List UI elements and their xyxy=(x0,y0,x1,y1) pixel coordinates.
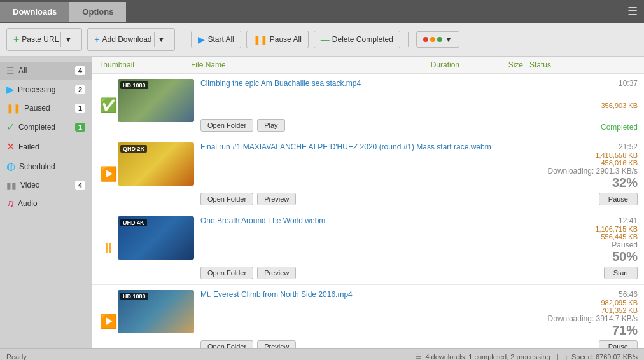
audio-icon: ♫ xyxy=(6,198,14,209)
item-duration: 12:41 xyxy=(619,216,638,225)
sidebar-item-paused[interactable]: ❚❚ Paused 1 xyxy=(0,99,92,117)
add-download-arrow[interactable]: ▼ xyxy=(154,32,169,47)
quality-badge: HD 1080 xyxy=(120,293,148,300)
progress-percentage: 71% xyxy=(612,323,638,338)
toolbar: + Paste URL ▼ + Add Download ▼ ▶ Start A… xyxy=(0,23,644,57)
sidebar-item-audio[interactable]: ♫ Audio xyxy=(0,194,92,213)
item-actions: Open Folder Preview xyxy=(200,267,510,279)
scheduled-icon: ◍ xyxy=(6,160,15,172)
progress-percentage: 50% xyxy=(612,249,638,264)
item-status-icon-col: ✅ xyxy=(99,79,118,132)
thumbnail-image: UHD 4K xyxy=(118,216,194,260)
thumbnail-image: HD 1080 xyxy=(118,290,194,333)
item-details: Mt. Everest Climb from North Side 2016.m… xyxy=(200,290,510,348)
start-all-button[interactable]: ▶ Start All xyxy=(191,31,241,48)
item-right: 56:46 982,095 KB 701,352 KB Downloading:… xyxy=(510,290,638,348)
paste-url-arrow[interactable]: ▼ xyxy=(60,32,75,47)
item-status-icon-col: ⏸ xyxy=(99,216,118,279)
pause-circle-icon: ⏸ xyxy=(101,240,115,256)
table-row: ▶️ HD 1080 Mt. Everest Climb from North … xyxy=(92,285,644,348)
menu-button[interactable]: ☰ xyxy=(621,0,644,23)
item-actions: Open Folder Preview xyxy=(200,340,510,348)
delete-completed-button[interactable]: — Delete Completed xyxy=(314,31,400,48)
preview-button[interactable]: Preview xyxy=(257,193,296,205)
start-button[interactable]: Start xyxy=(604,267,638,279)
item-size: 356,903 KB xyxy=(601,102,638,109)
open-folder-button[interactable]: Open Folder xyxy=(200,267,253,279)
open-folder-button[interactable]: Open Folder xyxy=(200,340,253,348)
table-row: ⏸ UHD 4K One Breath Around The World.web… xyxy=(92,211,644,285)
quality-badge: QHD 2K xyxy=(120,145,147,153)
list-header: Thumbnail File Name Duration Size Status xyxy=(92,57,644,74)
sidebar-item-failed[interactable]: ✕ Failed xyxy=(0,137,92,156)
header-duration: Duration xyxy=(415,60,459,69)
item-duration: 56:46 xyxy=(619,290,638,299)
list-icon-status: ☰ xyxy=(416,352,422,360)
item-thumbnail: QHD 2K xyxy=(118,142,194,205)
item-duration: 21:52 xyxy=(619,142,638,151)
header-thumbnail: Thumbnail xyxy=(99,60,191,69)
item-right: 21:52 1,418,558 KB 458,016 KB Downloadin… xyxy=(510,142,638,205)
sidebar-item-video[interactable]: ▮▮ Video 4 xyxy=(0,176,92,194)
add-download-button[interactable]: + Add Download ▼ xyxy=(87,28,175,51)
item-details: Climbing the epic Am Buachaille sea stac… xyxy=(200,79,510,132)
pause-button[interactable]: Pause xyxy=(599,193,638,205)
item-size: 1,106,715 KB 556,445 KB xyxy=(595,225,638,240)
item-status-icon-col: ▶️ xyxy=(99,142,118,205)
pause-button[interactable]: Pause xyxy=(599,340,638,348)
downloads-info: ☰ 4 downloads: 1 completed, 2 processing xyxy=(416,352,550,360)
tab-options[interactable]: Options xyxy=(69,2,126,22)
tab-downloads[interactable]: Downloads xyxy=(0,2,69,22)
filename-link[interactable]: Mt. Everest Climb from North Side 2016.m… xyxy=(200,290,510,299)
more-options-button[interactable]: ▼ xyxy=(416,31,459,48)
filename-link[interactable]: One Breath Around The World.webm xyxy=(200,216,510,225)
paste-url-button[interactable]: + Paste URL ▼ xyxy=(6,28,82,51)
header-status: Status xyxy=(523,60,638,69)
quality-badge: HD 1080 xyxy=(120,81,148,89)
failed-icon: ✕ xyxy=(6,141,15,153)
status-bar: Ready ☰ 4 downloads: 1 completed, 2 proc… xyxy=(0,348,644,360)
table-row: ✅ HD 1080 Climbing the epic Am Buachaill… xyxy=(92,74,644,137)
video-icon: ▮▮ xyxy=(6,180,17,190)
title-bar: Downloads Options ☰ xyxy=(0,0,644,23)
pause-all-button[interactable]: ❚❚ Pause All xyxy=(246,31,309,48)
open-folder-button[interactable]: Open Folder xyxy=(200,193,253,205)
thumbnail-image: HD 1080 xyxy=(118,79,194,122)
separator: | xyxy=(557,353,559,361)
toolbar-separator-2 xyxy=(408,32,409,47)
item-status: Paused xyxy=(612,240,638,249)
dot-orange xyxy=(430,37,435,42)
status-ready: Ready xyxy=(6,353,27,361)
item-details: Final run #1 MAXIAVALANCHE ALPE D'HUEZ 2… xyxy=(200,142,510,205)
check-circle-icon: ✅ xyxy=(100,97,117,114)
sidebar-item-scheduled[interactable]: ◍ Scheduled xyxy=(0,156,92,176)
item-status: Downloading: 2901.3 KB/s xyxy=(548,167,638,176)
item-size: 1,418,558 KB 458,016 KB xyxy=(595,151,638,167)
thumbnail-image: QHD 2K xyxy=(118,142,194,186)
dot-green xyxy=(437,37,442,42)
filename-link[interactable]: Climbing the epic Am Buachaille sea stac… xyxy=(200,79,510,88)
sidebar-item-processing[interactable]: ▶ Processing 2 xyxy=(0,80,92,99)
progress-percentage: 32% xyxy=(612,176,638,190)
sidebar: ☰ All 4 ▶ Processing 2 ❚❚ Paused 1 ✓ Com… xyxy=(0,57,92,348)
delete-icon: — xyxy=(321,34,330,45)
sidebar-item-all[interactable]: ☰ All 4 xyxy=(0,62,92,80)
plus-icon: + xyxy=(13,34,19,45)
item-right: 12:41 1,106,715 KB 556,445 KB Paused 50%… xyxy=(510,216,638,279)
open-folder-button[interactable]: Open Folder xyxy=(200,119,253,132)
preview-button[interactable]: Preview xyxy=(257,340,296,348)
preview-button[interactable]: Preview xyxy=(257,267,296,279)
completed-icon: ✓ xyxy=(6,121,15,133)
filename-link[interactable]: Final run #1 MAXIAVALANCHE ALPE D'HUEZ 2… xyxy=(200,142,510,151)
item-size: 982,095 KB 701,352 KB xyxy=(601,299,638,314)
item-status: Completed xyxy=(601,123,638,132)
item-thumbnail: HD 1080 xyxy=(118,290,194,348)
processing-icon: ▶ xyxy=(6,83,14,95)
table-row: ▶️ QHD 2K Final run #1 MAXIAVALANCHE ALP… xyxy=(92,137,644,211)
play-button[interactable]: Play xyxy=(257,119,284,132)
sidebar-item-completed[interactable]: ✓ Completed 1 xyxy=(0,117,92,137)
play-circle-icon: ▶️ xyxy=(100,166,117,183)
item-status: Downloading: 3914.7 KB/s xyxy=(548,314,638,323)
start-icon: ▶ xyxy=(198,34,205,45)
more-arrow: ▼ xyxy=(445,35,452,44)
